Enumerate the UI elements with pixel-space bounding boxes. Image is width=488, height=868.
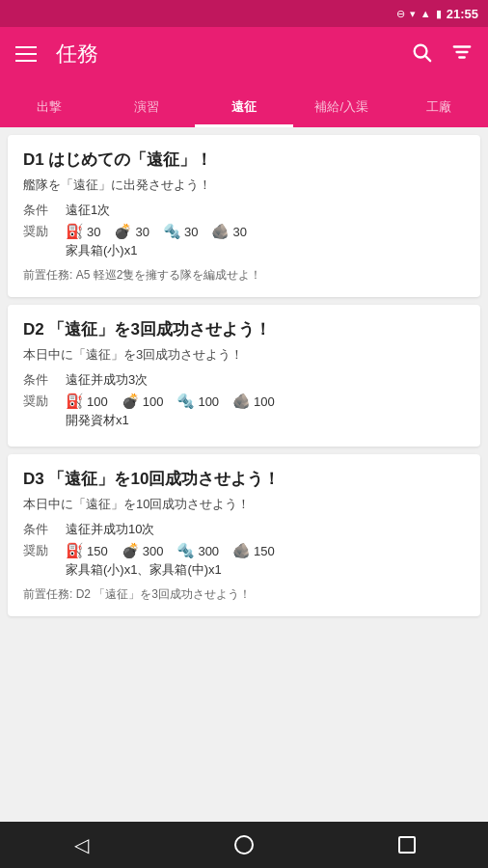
- steel-icon-d2: 🔩: [176, 393, 195, 410]
- minus-icon: ⊖: [396, 8, 405, 20]
- mission-d2-steel-value: 100: [198, 394, 219, 409]
- mission-d3-steel: 🔩 300: [176, 542, 219, 559]
- wifi-icon: ▾: [410, 8, 416, 20]
- signal-icon: ▲: [420, 8, 431, 19]
- mission-d1-condition-row: 条件 遠征1次: [23, 202, 465, 219]
- svg-line-1: [425, 56, 430, 61]
- mission-card-d1: D1 はじめての「遠征」！ 艦隊を「遠征」に出発させよう！ 条件 遠征1次 奨励…: [8, 135, 480, 297]
- status-time: 21:55: [447, 7, 478, 21]
- mission-d3-rewards: ⛽ 150 💣 300 🔩 300 🪨 150: [66, 542, 275, 579]
- mission-d3-steel-value: 300: [198, 544, 219, 558]
- mission-d3-ammo-value: 300: [143, 544, 164, 558]
- mission-d2-rewards: ⛽ 100 💣 100 🔩 100 🪨 100: [66, 393, 275, 429]
- mission-d3-rewards-list: ⛽ 150 💣 300 🔩 300 🪨 150: [66, 542, 275, 559]
- tabs-bar: 出撃 演習 遠征 補給/入渠 工廠: [0, 81, 488, 127]
- mission-d1-reward-sub: 家具箱(小)x1: [66, 242, 247, 259]
- tab-exercises[interactable]: 演習: [97, 98, 195, 127]
- mission-d2-ammo-value: 100: [143, 394, 164, 409]
- mission-d1-steel-value: 30: [184, 225, 198, 239]
- top-bar-left: 任務: [15, 40, 98, 68]
- home-icon: [234, 835, 254, 854]
- hamburger-menu-button[interactable]: [15, 46, 37, 62]
- mission-d3-reward-row: 奨励 ⛽ 150 💣 300 🔩 300: [23, 542, 465, 579]
- app-title: 任務: [56, 40, 98, 68]
- status-bar: ⊖ ▾ ▲ ▮ 21:55: [0, 0, 488, 27]
- bauxite-icon-d3: 🪨: [232, 542, 251, 559]
- mission-d3-condition-label: 条件: [23, 521, 66, 538]
- status-icons: ⊖ ▾ ▲ ▮ 21:55: [396, 7, 478, 21]
- mission-d2-bauxite-value: 100: [254, 394, 275, 409]
- mission-d1-bauxite-value: 30: [232, 225, 246, 239]
- recents-icon: [398, 836, 416, 854]
- mission-d2-condition-label: 条件: [23, 371, 66, 389]
- ammo-icon: 💣: [114, 223, 132, 240]
- mission-d2-condition-row: 条件 遠征并成功3次: [23, 371, 465, 389]
- bauxite-icon: 🪨: [211, 223, 230, 240]
- mission-d2-fuel: ⛽ 100: [66, 393, 108, 410]
- recents-button[interactable]: [384, 822, 430, 868]
- mission-d2-reward-sub: 開発資材x1: [66, 412, 275, 429]
- mission-d3-desc: 本日中に「遠征」を10回成功させよう！: [23, 496, 465, 513]
- mission-d1-reward-row: 奨励 ⛽ 30 💣 30 🔩 30 🪨: [23, 223, 465, 259]
- mission-d3-fuel: ⛽ 150: [66, 542, 108, 559]
- mission-d3-fuel-value: 150: [87, 544, 108, 558]
- fuel-icon: ⛽: [66, 223, 84, 240]
- filter-icon: [451, 41, 473, 63]
- steel-icon-d3: 🔩: [176, 542, 195, 559]
- mission-d2-bauxite: 🪨 100: [232, 393, 275, 410]
- bottom-nav: ◁: [0, 822, 488, 868]
- ammo-icon-d2: 💣: [122, 393, 140, 410]
- mission-d2-condition: 遠征并成功3次: [66, 371, 148, 389]
- mission-d3-prereq: 前置任務: D2 「遠征」を3回成功させよう！: [23, 586, 465, 603]
- tab-sorties[interactable]: 出撃: [0, 98, 97, 127]
- mission-d2-reward-row: 奨励 ⛽ 100 💣 100 🔩 100: [23, 393, 465, 429]
- top-bar: 任務: [0, 27, 488, 81]
- mission-d1-ammo: 💣 30: [114, 223, 149, 240]
- mission-d1-steel: 🔩 30: [163, 223, 198, 240]
- fuel-icon-d2: ⛽: [66, 393, 84, 410]
- mission-d3-bauxite-value: 150: [254, 544, 275, 558]
- top-bar-right: [411, 41, 473, 67]
- filter-button[interactable]: [451, 41, 473, 67]
- mission-d3-ammo: 💣 300: [122, 542, 164, 559]
- mission-d2-ammo: 💣 100: [122, 393, 164, 410]
- ammo-icon-d3: 💣: [122, 542, 140, 559]
- mission-card-d2: D2 「遠征」を3回成功させよう！ 本日中に「遠征」を3回成功させよう！ 条件 …: [8, 305, 480, 447]
- mission-d3-condition: 遠征并成功10次: [66, 521, 154, 538]
- mission-d3-condition-row: 条件 遠征并成功10次: [23, 521, 465, 538]
- mission-d2-fuel-value: 100: [87, 394, 108, 409]
- search-icon: [411, 41, 432, 63]
- mission-d1-rewards: ⛽ 30 💣 30 🔩 30 🪨 30: [66, 223, 247, 259]
- mission-d2-reward-label: 奨励: [23, 393, 66, 410]
- mission-d1-bauxite: 🪨 30: [211, 223, 246, 240]
- mission-d3-bauxite: 🪨 150: [232, 542, 275, 559]
- bauxite-icon-d2: 🪨: [232, 393, 251, 410]
- mission-d1-fuel: ⛽ 30: [66, 223, 100, 240]
- tab-factory[interactable]: 工廠: [391, 98, 488, 127]
- mission-d2-title: D2 「遠征」を3回成功させよう！: [23, 318, 465, 340]
- mission-d3-reward-sub: 家具箱(小)x1、家具箱(中)x1: [66, 561, 275, 579]
- mission-d2-steel: 🔩 100: [176, 393, 219, 410]
- mission-d1-fuel-value: 30: [87, 225, 100, 239]
- home-button[interactable]: [221, 822, 267, 868]
- search-button[interactable]: [411, 41, 432, 67]
- mission-d1-title: D1 はじめての「遠征」！: [23, 149, 465, 171]
- mission-d3-title: D3 「遠征」を10回成功させよう！: [23, 468, 465, 490]
- mission-d1-condition: 遠征1次: [66, 202, 110, 219]
- mission-d1-desc: 艦隊を「遠征」に出発させよう！: [23, 176, 465, 194]
- mission-d1-prereq: 前置任務: A5 軽巡2隻を擁する隊を編成せよ！: [23, 267, 465, 284]
- mission-d1-ammo-value: 30: [135, 225, 149, 239]
- fuel-icon-d3: ⛽: [66, 542, 84, 559]
- mission-card-d3: D3 「遠征」を10回成功させよう！ 本日中に「遠征」を10回成功させよう！ 条…: [8, 454, 480, 616]
- mission-d1-reward-label: 奨励: [23, 223, 66, 240]
- back-button[interactable]: ◁: [58, 822, 104, 868]
- tab-expedition[interactable]: 遠征: [195, 98, 292, 127]
- tab-resupply[interactable]: 補給/入渠: [293, 98, 391, 127]
- mission-list: D1 はじめての「遠征」！ 艦隊を「遠征」に出発させよう！ 条件 遠征1次 奨励…: [0, 127, 488, 822]
- mission-d1-condition-label: 条件: [23, 202, 66, 219]
- battery-icon: ▮: [436, 8, 442, 20]
- back-icon: ◁: [74, 833, 89, 856]
- steel-icon: 🔩: [163, 223, 181, 240]
- hamburger-icon: [15, 46, 37, 62]
- mission-d3-reward-label: 奨励: [23, 542, 66, 559]
